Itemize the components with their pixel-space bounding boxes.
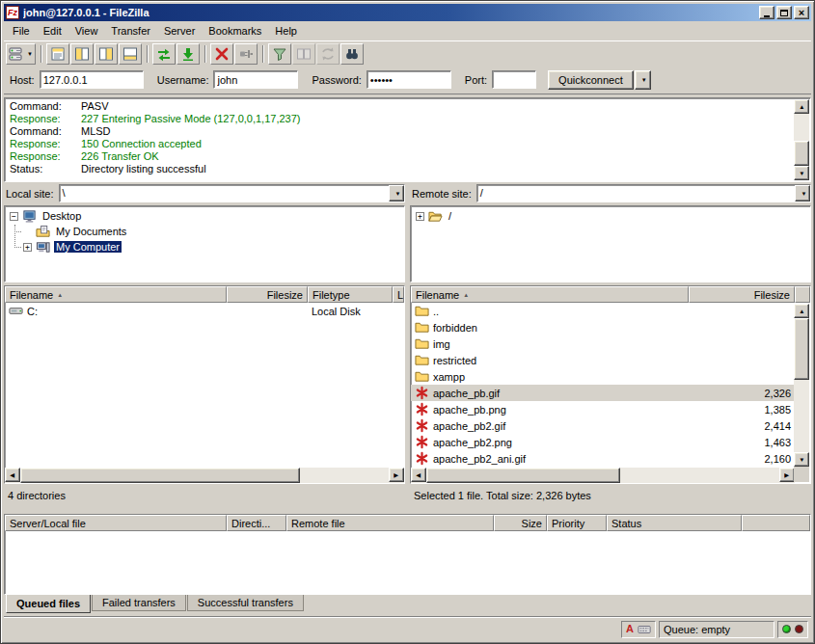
transfer-queue: Server/Local file Directi... Remote file… (4, 514, 811, 595)
remote-site-combo[interactable]: / ▼ (476, 184, 811, 202)
menu-edit[interactable]: Edit (37, 22, 68, 40)
tab-queued-files[interactable]: Queued files (6, 595, 91, 613)
scrollbar-thumb[interactable] (426, 468, 620, 483)
minimize-button[interactable] (759, 6, 774, 19)
password-input[interactable] (367, 70, 451, 89)
site-manager-button[interactable]: ▼ (6, 43, 36, 65)
cancel-icon (214, 46, 230, 62)
column-header-filesize[interactable]: Filesize (689, 286, 795, 303)
scroll-left-button[interactable]: ◀ (5, 468, 20, 482)
remote-site-dropdown-button[interactable]: ▼ (795, 185, 810, 201)
close-button[interactable]: × (794, 6, 809, 19)
file-row[interactable]: restricted (411, 352, 795, 368)
column-header-filler (742, 515, 810, 531)
menu-help[interactable]: Help (268, 22, 304, 40)
scroll-down-button[interactable]: ▼ (794, 452, 809, 467)
toggle-local-tree-button[interactable] (70, 43, 94, 65)
menu-view[interactable]: View (68, 22, 105, 40)
menu-bookmarks[interactable]: Bookmarks (202, 22, 268, 40)
scrollbar-thumb[interactable] (794, 141, 809, 166)
local-horizontal-scrollbar[interactable]: ◀ ▶ (5, 468, 404, 483)
menu-transfer[interactable]: Transfer (104, 22, 157, 40)
scroll-up-button[interactable]: ▲ (794, 304, 809, 318)
scrollbar-track[interactable] (20, 468, 389, 483)
remote-horizontal-scrollbar[interactable]: ◀ ▶ (411, 468, 795, 483)
refresh-button[interactable] (152, 43, 176, 65)
toggle-message-log-button[interactable] (46, 43, 69, 65)
file-row[interactable]: apache_pb2_ani.gif 2,160 (411, 450, 795, 467)
remote-vertical-scrollbar[interactable]: ▲ ▼ (794, 304, 809, 467)
toggle-queue-button[interactable] (119, 43, 142, 65)
column-header-size[interactable]: Size (494, 515, 547, 531)
column-header-direction[interactable]: Directi... (227, 515, 286, 531)
file-row[interactable]: xampp (411, 368, 795, 385)
column-header-priority[interactable]: Priority (547, 515, 607, 531)
synchronized-browsing-button[interactable] (316, 43, 340, 65)
host-input[interactable] (40, 70, 144, 89)
file-row[interactable]: C: Local Disk (5, 303, 404, 319)
file-row[interactable]: .. (411, 303, 795, 319)
file-row[interactable]: apache_pb.png 1,385 (411, 401, 795, 417)
file-row-selected[interactable]: apache_pb.gif 2,326 (411, 385, 795, 401)
file-row[interactable]: img (411, 335, 795, 352)
quickconnect-button[interactable]: Quickconnect (548, 70, 634, 90)
scroll-right-button[interactable]: ▶ (779, 468, 795, 482)
quickconnect-dropdown-button[interactable]: ▼ (635, 70, 651, 90)
directory-comparison-icon (296, 46, 312, 62)
port-input[interactable] (492, 70, 536, 89)
scrollbar-track[interactable] (794, 114, 809, 166)
tab-successful-transfers[interactable]: Successful transfers (187, 595, 304, 611)
process-queue-button[interactable] (177, 43, 200, 65)
local-site-label: Local site: (6, 188, 54, 200)
local-status-text: 4 directories (4, 484, 405, 504)
local-site-value[interactable]: \ (60, 185, 389, 201)
remote-directory-tree: + / (410, 205, 811, 282)
queue-splitter[interactable] (4, 504, 811, 514)
local-site-combo[interactable]: \ ▼ (59, 184, 405, 202)
column-header-remote-file[interactable]: Remote file (286, 515, 494, 531)
file-row[interactable]: apache_pb2.png 1,463 (411, 434, 795, 450)
directory-comparison-button[interactable] (292, 43, 315, 65)
menu-server[interactable]: Server (157, 22, 202, 40)
file-row[interactable]: forbidden (411, 319, 795, 335)
maximize-button[interactable] (776, 6, 792, 19)
collapse-icon[interactable]: − (10, 212, 18, 221)
toggle-remote-tree-button[interactable] (95, 43, 118, 65)
file-row[interactable]: apache_pb2.gif 2,414 (411, 417, 795, 434)
expand-icon[interactable]: + (23, 243, 32, 252)
cancel-button[interactable] (210, 43, 233, 65)
scrollbar-track[interactable] (794, 318, 809, 452)
username-input[interactable] (213, 70, 298, 89)
filter-button[interactable] (268, 43, 291, 65)
remote-file-list: Filename ▲ Filesize .. forbidden (410, 285, 811, 484)
tree-item-my-computer[interactable]: + My Computer (5, 239, 404, 255)
column-header-filename[interactable]: Filename ▲ (5, 286, 227, 303)
tree-item-root[interactable]: + / (411, 208, 810, 224)
tree-item-my-documents[interactable]: My Documents (5, 224, 404, 239)
column-header-last-modified[interactable]: L (393, 286, 404, 303)
find-button[interactable] (340, 43, 364, 65)
scroll-down-button[interactable]: ▼ (794, 166, 809, 180)
titlebar[interactable]: Fz john@127.0.0.1 - FileZilla × (4, 4, 811, 21)
scrollbar-track[interactable] (426, 468, 779, 483)
column-header-filler (795, 286, 810, 303)
scroll-left-button[interactable]: ◀ (411, 468, 426, 482)
expand-icon[interactable]: + (416, 212, 424, 221)
local-site-dropdown-button[interactable]: ▼ (389, 185, 404, 201)
scroll-up-button[interactable]: ▲ (794, 99, 809, 114)
column-header-filename[interactable]: Filename ▲ (411, 286, 689, 303)
tree-item-desktop[interactable]: − Desktop (5, 208, 404, 224)
log-scrollbar[interactable]: ▲ ▼ (794, 99, 809, 180)
column-header-server-local-file[interactable]: Server/Local file (5, 515, 227, 531)
column-header-filetype[interactable]: Filetype (308, 286, 393, 303)
chevron-down-icon: ▼ (395, 191, 401, 197)
menu-file[interactable]: File (6, 22, 37, 40)
tab-failed-transfers[interactable]: Failed transfers (92, 595, 186, 611)
column-header-status[interactable]: Status (607, 515, 742, 531)
remote-site-value[interactable]: / (477, 185, 795, 201)
scrollbar-thumb[interactable] (794, 318, 809, 380)
disconnect-button[interactable] (234, 43, 258, 65)
scrollbar-thumb[interactable] (20, 468, 300, 483)
column-header-filesize[interactable]: Filesize (227, 286, 308, 303)
scroll-right-button[interactable]: ▶ (389, 468, 404, 482)
